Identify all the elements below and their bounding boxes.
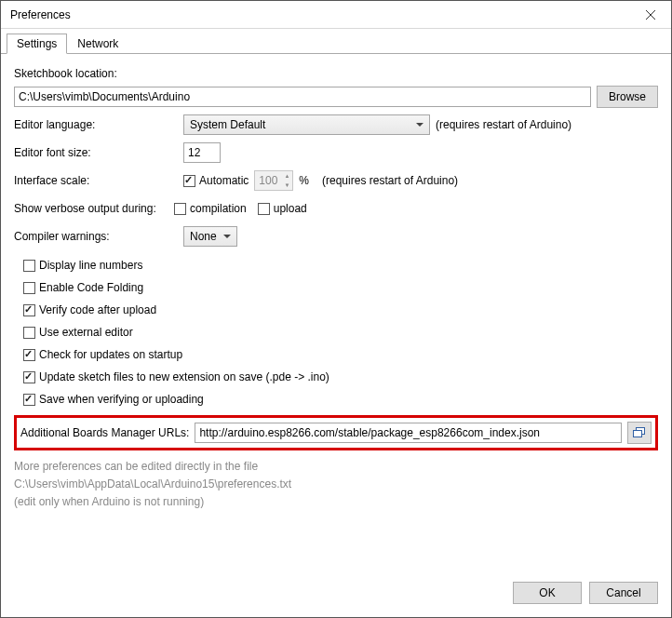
chevron-down-icon: ▼: [281, 181, 292, 190]
more-prefs-path: C:\Users\vimb\AppData\Local\Arduino15\pr…: [14, 477, 658, 490]
interface-scale-auto-checkbox[interactable]: Automatic: [183, 174, 249, 187]
dialog-footer: OK Cancel: [1, 572, 671, 617]
verify-after-upload-input[interactable]: [23, 304, 35, 316]
interface-scale-unit: %: [299, 174, 309, 187]
preferences-window: Preferences Settings Network Sketchbook …: [0, 0, 672, 618]
interface-scale-label: Interface scale:: [14, 174, 178, 187]
verbose-compilation-checkbox[interactable]: compilation: [174, 202, 247, 215]
more-prefs-line2: (edit only when Arduino is not running): [14, 495, 658, 508]
tab-network[interactable]: Network: [67, 34, 128, 54]
chevron-up-icon: ▲: [281, 171, 292, 181]
interface-scale-value: [255, 172, 281, 189]
editor-language-select[interactable]: System Default: [183, 114, 430, 135]
verify-after-upload-text: Verify code after upload: [39, 303, 156, 316]
interface-scale-spinner[interactable]: ▲ ▼: [254, 170, 293, 191]
verbose-upload-input[interactable]: [258, 203, 270, 215]
check-updates-text: Check for updates on startup: [39, 348, 182, 361]
interface-scale-hint: (requires restart of Arduino): [322, 174, 458, 187]
display-line-numbers-text: Display line numbers: [39, 259, 142, 272]
boards-manager-urls-input[interactable]: [195, 423, 622, 443]
cancel-button[interactable]: Cancel: [589, 582, 658, 604]
editor-fontsize-input[interactable]: [183, 142, 221, 163]
more-prefs-line1: More preferences can be edited directly …: [14, 460, 658, 473]
check-updates-input[interactable]: [23, 349, 35, 361]
enable-code-folding-text: Enable Code Folding: [39, 281, 143, 294]
browse-button[interactable]: Browse: [597, 86, 658, 108]
sketchbook-label: Sketchbook location:: [14, 67, 658, 80]
save-on-verify-checkbox[interactable]: Save when verifying or uploading: [23, 393, 658, 406]
update-sketch-ext-checkbox[interactable]: Update sketch files to new extension on …: [23, 370, 658, 383]
verbose-compilation-input[interactable]: [174, 203, 186, 215]
settings-panel: Sketchbook location: Browse Editor langu…: [1, 54, 671, 572]
update-sketch-ext-input[interactable]: [23, 371, 35, 383]
save-on-verify-text: Save when verifying or uploading: [39, 393, 204, 406]
save-on-verify-input[interactable]: [23, 394, 35, 406]
boards-manager-urls-label: Additional Boards Manager URLs:: [20, 426, 189, 439]
compiler-warnings-select[interactable]: None: [183, 226, 237, 247]
tab-bar: Settings Network: [1, 29, 671, 54]
verbose-upload-text: upload: [274, 202, 307, 215]
ok-button[interactable]: OK: [513, 582, 582, 604]
tab-settings[interactable]: Settings: [7, 34, 67, 54]
check-updates-checkbox[interactable]: Check for updates on startup: [23, 348, 658, 361]
titlebar: Preferences: [1, 1, 671, 29]
interface-scale-auto-text: Automatic: [199, 174, 249, 187]
close-icon: [646, 10, 655, 20]
language-hint: (requires restart of Arduino): [436, 118, 571, 131]
external-editor-checkbox[interactable]: Use external editor: [23, 326, 658, 339]
update-sketch-ext-text: Update sketch files to new extension on …: [39, 370, 329, 383]
sketchbook-location-input[interactable]: [14, 87, 591, 107]
boards-manager-urls-edit-button[interactable]: [627, 422, 652, 444]
display-line-numbers-input[interactable]: [23, 260, 35, 272]
compiler-warnings-label: Compiler warnings:: [14, 230, 178, 243]
external-editor-text: Use external editor: [39, 326, 133, 339]
enable-code-folding-checkbox[interactable]: Enable Code Folding: [23, 281, 658, 294]
editor-language-value: System Default: [190, 118, 265, 131]
editor-language-label: Editor language:: [14, 118, 178, 131]
spinner-arrows[interactable]: ▲ ▼: [281, 171, 292, 190]
close-button[interactable]: [629, 1, 671, 29]
editor-fontsize-label: Editor font size:: [14, 146, 178, 159]
display-line-numbers-checkbox[interactable]: Display line numbers: [23, 259, 658, 272]
compiler-warnings-value: None: [190, 230, 217, 243]
window-title: Preferences: [10, 8, 71, 21]
enable-code-folding-input[interactable]: [23, 282, 35, 294]
window-stack-icon: [633, 427, 646, 438]
external-editor-input[interactable]: [23, 327, 35, 339]
verbose-compilation-text: compilation: [190, 202, 247, 215]
boards-manager-urls-row: Additional Boards Manager URLs:: [14, 415, 658, 450]
verbose-upload-checkbox[interactable]: upload: [258, 202, 307, 215]
verify-after-upload-checkbox[interactable]: Verify code after upload: [23, 303, 658, 316]
verbose-label: Show verbose output during:: [14, 202, 168, 215]
interface-scale-auto-input[interactable]: [183, 175, 195, 187]
